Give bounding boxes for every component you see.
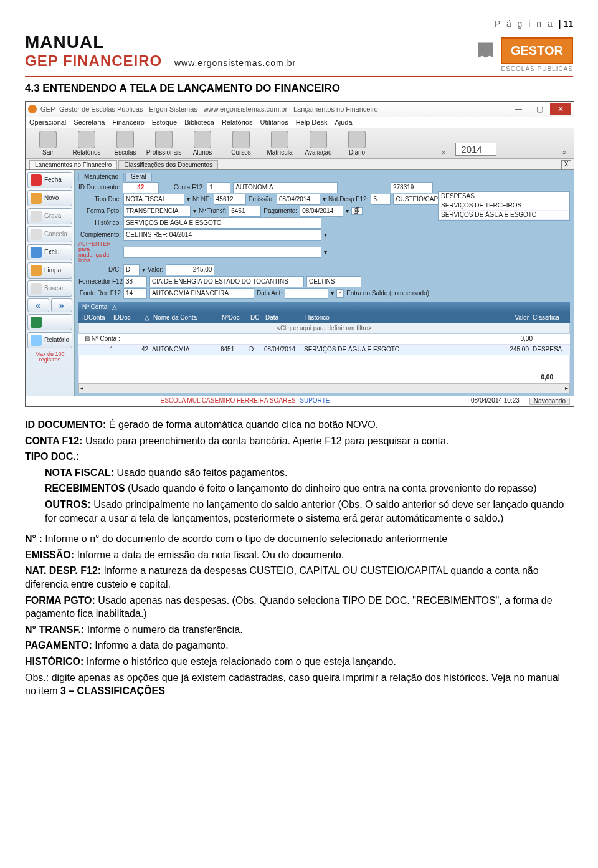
field-transf[interactable]: 6451 bbox=[229, 206, 261, 217]
col-nomeconta[interactable]: Nome da Conta bbox=[153, 315, 222, 321]
chevron-down-icon[interactable]: ▾ bbox=[331, 290, 334, 297]
col-classifica[interactable]: Classifica bbox=[533, 315, 566, 321]
tool-cursos[interactable]: Cursos bbox=[222, 131, 260, 156]
menu-utilitarios[interactable]: Utilitários bbox=[260, 119, 288, 126]
toolbar-overflow-right[interactable]: » bbox=[559, 149, 570, 156]
panel-close-button[interactable]: X bbox=[561, 160, 571, 170]
term-natdesp: NAT. DESP. F12: bbox=[25, 565, 101, 576]
btn-cancela[interactable]: Cancela bbox=[27, 226, 72, 242]
year-selector[interactable]: 2014 bbox=[455, 143, 496, 156]
field-fornecedor-code[interactable]: 38 bbox=[123, 276, 147, 287]
field-natdesp-code[interactable]: 5 bbox=[371, 194, 391, 205]
menu-biblioteca[interactable]: Biblioteca bbox=[184, 119, 214, 126]
btn-grava[interactable]: Grava bbox=[27, 208, 72, 224]
label-emissao: Emissão: bbox=[249, 196, 274, 203]
col-data[interactable]: Data bbox=[265, 315, 305, 321]
field-conta-code[interactable]: 1 bbox=[207, 182, 230, 193]
chevron-down-icon[interactable]: ▾ bbox=[346, 208, 349, 214]
tab-lancamentos[interactable]: Lançamentos no Financeiro bbox=[29, 160, 117, 169]
btn-play[interactable] bbox=[27, 314, 72, 330]
chevron-down-icon[interactable]: ▾ bbox=[323, 196, 326, 203]
class-item[interactable]: DESPESAS bbox=[439, 192, 569, 201]
tool-relatorios[interactable]: Relatórios bbox=[68, 131, 105, 156]
grid-sum-value: 0,00 bbox=[521, 336, 533, 342]
field-tipodoc[interactable]: NOTA FISCAL bbox=[123, 194, 184, 205]
school-icon bbox=[116, 131, 134, 148]
field-complemento[interactable]: CELTINS REF: 04/2014 bbox=[123, 229, 321, 241]
toolbar-overflow-left[interactable]: » bbox=[438, 149, 449, 156]
col-historico[interactable]: Historico bbox=[305, 315, 501, 321]
menu-estoque[interactable]: Estoque bbox=[152, 119, 177, 126]
exit-icon bbox=[39, 131, 57, 148]
field-fonterec-code[interactable]: 14 bbox=[123, 288, 147, 299]
toolbar: Sair Relatórios Escolas Profissionais Al… bbox=[26, 128, 574, 159]
form-tab-geral[interactable]: Geral bbox=[125, 173, 151, 181]
tab-classificacoes[interactable]: Classificações dos Documentos bbox=[118, 160, 218, 169]
btn-relatorio[interactable]: Relatório bbox=[27, 332, 72, 348]
label-conta: Conta F12: bbox=[174, 184, 204, 191]
tool-avaliacao[interactable]: Avaliação bbox=[300, 131, 337, 156]
field-complemento-2[interactable] bbox=[123, 247, 321, 258]
col-valor[interactable]: Valor bbox=[501, 315, 529, 321]
field-nf[interactable]: 45612 bbox=[214, 194, 246, 205]
field-dc[interactable]: D bbox=[123, 264, 140, 275]
tool-alunos[interactable]: Alunos bbox=[184, 131, 221, 156]
field-dataant[interactable] bbox=[285, 288, 328, 299]
grid-sum-label: Nº Conta : bbox=[92, 335, 120, 342]
tool-escolas[interactable]: Escolas bbox=[107, 131, 144, 156]
chevron-down-icon[interactable]: ▾ bbox=[193, 208, 196, 214]
play-icon bbox=[31, 317, 42, 328]
class-item[interactable]: SERVIÇOS DE TERCEIROS bbox=[439, 201, 569, 211]
document-icon[interactable]: 🗐 bbox=[351, 207, 363, 215]
menu-ajuda[interactable]: Ajuda bbox=[335, 119, 352, 126]
chevron-down-icon[interactable]: ▾ bbox=[324, 232, 327, 238]
student-icon bbox=[194, 131, 211, 148]
minimize-button[interactable]: — bbox=[508, 103, 529, 115]
nav-next[interactable]: » bbox=[51, 298, 73, 312]
col-idconta[interactable]: IDConta bbox=[82, 315, 113, 321]
label-valor: Valor: bbox=[148, 267, 163, 273]
tool-diario[interactable]: Diário bbox=[338, 131, 376, 156]
col-iddoc[interactable]: IDDoc bbox=[113, 315, 145, 321]
classificacao-listbox[interactable]: DESPESAS SERVIÇOS DE TERCEIROS SERVIÇOS … bbox=[438, 191, 570, 221]
field-conta-name[interactable]: AUTONOMIA bbox=[233, 182, 338, 193]
menu-financeiro[interactable]: Financeiro bbox=[112, 119, 144, 126]
field-pagamento[interactable]: 08/04/2014 bbox=[300, 206, 343, 217]
maximize-button[interactable]: ▢ bbox=[529, 103, 550, 115]
app-window: GEP- Gestor de Escolas Públicas - Ergon … bbox=[25, 101, 574, 407]
field-fornecedor-name[interactable]: CIA DE ENERGIA DO ESTADO DO TOCANTINS bbox=[150, 276, 304, 287]
btn-buscar[interactable]: Buscar bbox=[27, 280, 72, 297]
grid-horizontal-scrollbar[interactable]: ◂▸ bbox=[78, 383, 570, 393]
class-item[interactable]: SERVIÇOS DE ÁGUA E ESGOTO bbox=[439, 211, 569, 220]
cancel-icon bbox=[31, 229, 42, 240]
btn-novo[interactable]: Novo bbox=[27, 190, 72, 206]
field-conta-num[interactable]: 278319 bbox=[391, 182, 433, 193]
btn-fecha[interactable]: Fecha bbox=[27, 172, 72, 188]
tool-matricula[interactable]: Matrícula bbox=[261, 131, 298, 156]
menu-helpdesk[interactable]: Help Desk bbox=[296, 119, 328, 126]
nav-prev[interactable]: « bbox=[27, 298, 49, 312]
col-dc[interactable]: DC bbox=[250, 315, 265, 321]
close-button[interactable]: ✕ bbox=[550, 103, 571, 115]
menu-operacional[interactable]: Operacional bbox=[29, 119, 66, 126]
field-fonterec-name[interactable]: AUTONOMIA FINANCEIRA bbox=[150, 288, 254, 299]
field-emissao[interactable]: 08/04/2014 bbox=[277, 194, 320, 205]
grid-group-header[interactable]: Nº Conta△ bbox=[78, 302, 570, 313]
saldo-checkbox[interactable]: ✓ bbox=[336, 289, 344, 298]
grid-data-row[interactable]: 1 42 AUTONOMIA 6451 D 08/04/2014 SERVIÇO… bbox=[78, 345, 570, 355]
chevron-down-icon[interactable]: ▾ bbox=[142, 267, 145, 273]
grid-filter-row[interactable]: <Clique aqui para definir um filtro> bbox=[78, 323, 570, 334]
form-tab-manutencao[interactable]: Manutenção bbox=[78, 173, 124, 181]
field-valor[interactable]: 245,00 bbox=[166, 264, 214, 275]
tool-sair[interactable]: Sair bbox=[29, 131, 67, 156]
field-formapgto[interactable]: TRANSFERENCIA bbox=[123, 206, 191, 217]
btn-exclui[interactable]: Exclui bbox=[27, 244, 72, 260]
tool-profissionais[interactable]: Profissionais bbox=[145, 131, 183, 156]
chevron-down-icon[interactable]: ▾ bbox=[187, 196, 190, 203]
menu-relatorios[interactable]: Relatórios bbox=[222, 119, 253, 126]
field-historico[interactable]: SERVIÇOS DE ÁGUA E ESGOTO bbox=[123, 217, 321, 229]
chevron-down-icon[interactable]: ▾ bbox=[324, 249, 327, 255]
menu-secretaria[interactable]: Secretaria bbox=[74, 119, 105, 126]
col-ndoc[interactable]: NºDoc bbox=[222, 315, 250, 321]
btn-limpa[interactable]: Limpa bbox=[27, 262, 72, 279]
